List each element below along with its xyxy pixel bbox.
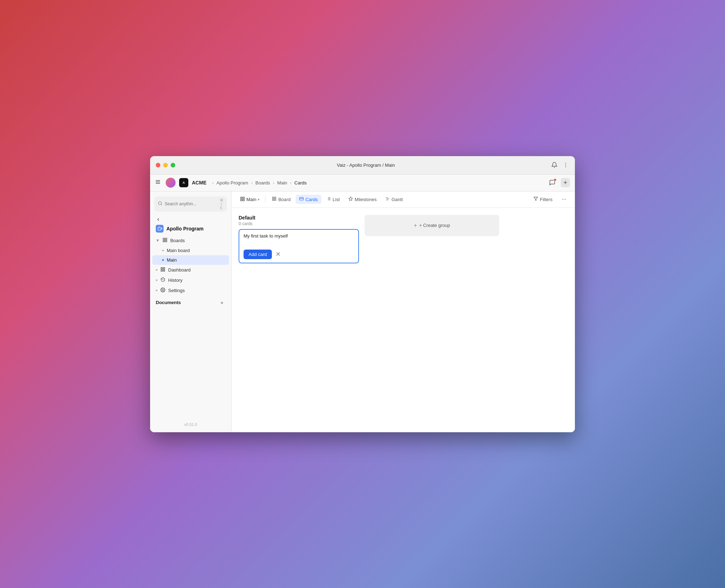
maximize-button[interactable] [171,163,175,167]
sidebar-item-boards[interactable]: ▼ Boards [152,235,229,246]
svg-rect-26 [273,199,274,201]
sidebar-nav: Apollo Program ▼ Boards [150,215,231,308]
svg-rect-14 [161,267,162,269]
main-content: ⌘ ⇧ S [150,192,575,432]
breadcrumb-main[interactable]: Main [277,180,287,185]
project-name: Apollo Program [166,226,204,232]
sidebar: ⌘ ⇧ S [150,192,232,432]
tab-cards[interactable]: Cards [296,195,321,204]
window-controls [156,163,175,167]
dot-icon-settings [156,290,158,291]
search-input[interactable] [165,201,218,206]
project-header: Apollo Program [152,223,229,235]
project-icon [156,225,164,233]
cancel-icon[interactable]: ✕ [275,250,281,258]
more-options-button[interactable]: ··· [559,194,569,204]
svg-rect-16 [163,270,165,271]
svg-point-18 [162,289,164,291]
milestone-tab-icon [348,196,353,202]
app-body: A ACME › Apollo Program › Boards › Main … [150,175,575,432]
titlebar: Vaiz - Apollo Program / Main [150,156,575,175]
dot-icon [162,250,164,251]
svg-rect-22 [241,199,242,201]
cards-tab-icon [299,196,304,202]
tab-milestones-label: Milestones [355,197,377,202]
app-window: Vaiz - Apollo Program / Main [150,156,575,432]
tab-board[interactable]: Board [268,195,294,204]
dot-icon-main [162,259,164,261]
tab-list[interactable]: List [323,195,343,204]
svg-point-0 [565,163,566,164]
svg-rect-20 [243,197,244,198]
svg-rect-15 [163,267,165,269]
sidebar-item-settings[interactable]: Settings [152,285,229,296]
dot-icon-history [156,279,158,281]
minimize-button[interactable] [163,163,168,167]
tab-cards-label: Cards [306,197,318,202]
svg-marker-35 [349,197,353,200]
more-icon[interactable] [562,161,569,169]
card-actions: Add card ✕ [244,250,354,259]
back-button[interactable] [152,215,229,223]
chevron-down-icon: ▼ [156,238,160,242]
dot-icon-dash [156,269,158,271]
filters-button[interactable]: Filters [530,195,556,204]
settings-label: Settings [168,288,185,293]
sidebar-item-main[interactable]: Main [152,255,229,265]
add-button[interactable]: + [561,178,570,187]
sidebar-item-main-board[interactable]: Main board [152,246,229,255]
svg-rect-24 [275,197,276,199]
svg-rect-25 [275,199,276,201]
nav-right: + [547,178,570,188]
breadcrumb-cards[interactable]: Cards [295,180,307,185]
close-button[interactable] [156,163,160,167]
notification-icon[interactable] [551,161,558,169]
svg-rect-17 [161,270,162,271]
avatar[interactable] [166,178,176,188]
svg-rect-23 [273,197,274,199]
gantt-tab-icon [385,196,390,202]
add-card-button[interactable]: Add card [244,250,272,259]
create-group-label: + Create group [419,223,450,228]
svg-line-7 [161,204,162,205]
sidebar-item-dashboard[interactable]: Dashboard [152,265,229,275]
svg-rect-13 [163,240,165,242]
tab-milestones[interactable]: Milestones [345,195,380,204]
svg-rect-21 [243,199,244,201]
list-tab-icon [326,196,331,202]
board-label: Main [246,197,256,202]
documents-section: Documents + [152,297,229,308]
filters-label: Filters [540,197,552,202]
toolbar-separator [265,196,266,203]
group-header: Default 0 cards [239,215,359,226]
add-document-button[interactable]: + [218,299,226,306]
notification-badge [554,178,556,181]
card-input-area[interactable]: My first task to myself Add card ✕ [239,229,359,263]
search-box[interactable]: ⌘ ⇧ S [154,196,227,212]
svg-point-6 [159,202,162,205]
tab-gantt[interactable]: Gantt [382,195,406,204]
card-input[interactable]: My first task to myself [244,233,354,246]
tab-gantt-label: Gantt [392,197,403,202]
board-tab-icon [272,196,276,202]
svg-rect-10 [163,238,165,239]
kanban-area: Default 0 cards My first task to myself … [232,208,575,432]
group-title: Default [239,215,359,221]
breadcrumb-apollo[interactable]: Apollo Program [217,180,249,185]
svg-rect-27 [299,198,303,200]
hamburger-icon[interactable] [155,179,161,187]
documents-label: Documents [156,300,181,305]
group-count: 0 cards [239,221,359,226]
filter-icon [533,196,538,202]
create-group-button[interactable]: + + Create group [365,215,499,236]
org-name: ACME [192,180,206,185]
version-label: v0.51.0 [150,419,231,429]
breadcrumb: › Apollo Program › Boards › Main › Cards [212,180,307,185]
titlebar-actions [551,161,569,169]
svg-point-2 [565,166,566,167]
board-selector[interactable]: Main ▾ [237,195,262,204]
boards-label: Boards [170,238,185,243]
breadcrumb-boards[interactable]: Boards [256,180,270,185]
sidebar-item-history[interactable]: History [152,275,229,285]
chat-icon[interactable] [547,178,557,188]
